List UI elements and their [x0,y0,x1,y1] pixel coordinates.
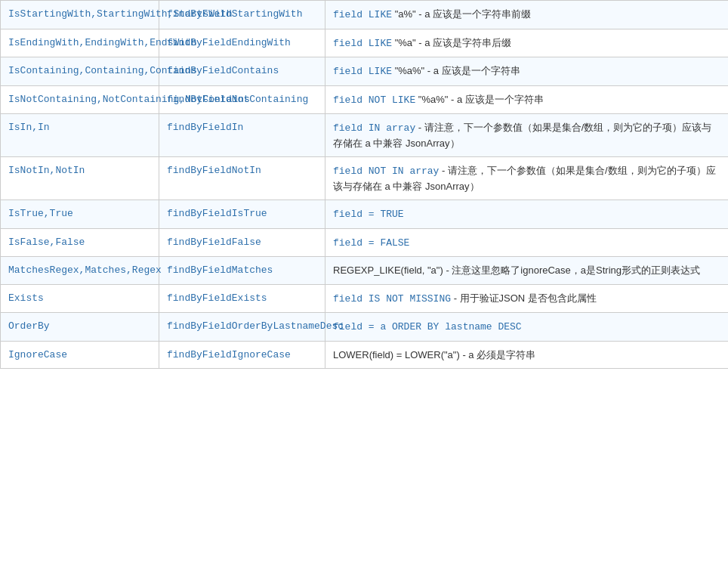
table-row: ExistsfindByFieldExistsfield IS NOT MISS… [1,284,729,313]
description-column: field NOT LIKE "%a%" - a 应该是一个字符串 [325,85,729,114]
description-column: field = TRUE [325,200,729,229]
keyword-column: IsIn,In [1,114,159,157]
method-column: findByFieldContains [159,57,325,86]
description-column: field LIKE "%a%" - a 应该是一个字符串 [325,57,729,86]
method-column: findByFieldNotContaining [159,85,325,114]
keyword-column: OrderBy [1,313,159,342]
table-row: IsIn,InfindByFieldInfield IN array - 请注意… [1,114,729,157]
table-row: IsNotIn,NotInfindByFieldNotInfield NOT I… [1,157,729,200]
description-column: LOWER(field) = LOWER("a") - a 必须是字符串 [325,341,729,369]
method-column: findByFieldExists [159,284,325,313]
table-row: IsEndingWith,EndingWith,EndsWithfindByFi… [1,29,729,57]
table-row: IgnoreCasefindByFieldIgnoreCaseLOWER(fie… [1,341,729,369]
keyword-column: IsEndingWith,EndingWith,EndsWith [1,29,159,57]
description-column: field NOT IN array - 请注意，下一个参数值（如果是集合/数组… [325,157,729,200]
method-column: findByFieldOrderByLastnameDesc [159,313,325,342]
keyword-column: IsStartingWith,StartingWith,StartsWith [1,1,159,29]
keyword-column: IsNotIn,NotIn [1,157,159,200]
keyword-column: IsNotContaining,NotContaining,NotContain… [1,85,159,114]
description-column: field LIKE "a%" - a 应该是一个字符串前缀 [325,1,729,29]
method-column: findByFieldNotIn [159,157,325,200]
keyword-column: MatchesRegex,Matches,Regex [1,257,159,285]
table-row: IsContaining,Containing,ContainsfindByFi… [1,57,729,86]
keyword-column: Exists [1,284,159,313]
table-row: OrderByfindByFieldOrderByLastnameDescfie… [1,313,729,342]
table-row: IsTrue,TruefindByFieldIsTruefield = TRUE [1,200,729,229]
description-column: REGEXP_LIKE(field, "a") - 注意这里忽略了ignoreC… [325,257,729,285]
description-column: field = FALSE [325,228,729,257]
table-row: IsNotContaining,NotContaining,NotContain… [1,85,729,114]
method-column: findByFieldIgnoreCase [159,341,325,369]
method-column: findByFieldMatches [159,257,325,285]
description-column: field IN array - 请注意，下一个参数值（如果是集合/数组，则为它… [325,114,729,157]
reference-table: IsStartingWith,StartingWith,StartsWithfi… [0,0,728,369]
method-column: findByFieldFalse [159,228,325,257]
table-row: MatchesRegex,Matches,RegexfindByFieldMat… [1,257,729,285]
method-column: findByFieldIn [159,114,325,157]
method-column: findByFieldStartingWith [159,1,325,29]
keyword-column: IsContaining,Containing,Contains [1,57,159,86]
keyword-column: IgnoreCase [1,341,159,369]
table-row: IsFalse,FalsefindByFieldFalsefield = FAL… [1,228,729,257]
method-column: findByFieldEndingWith [159,29,325,57]
description-column: field = a ORDER BY lastname DESC [325,313,729,342]
description-column: field IS NOT MISSING - 用于验证JSON 是否包含此属性 [325,284,729,313]
keyword-column: IsTrue,True [1,200,159,229]
description-column: field LIKE "%a" - a 应该是字符串后缀 [325,29,729,57]
table-row: IsStartingWith,StartingWith,StartsWithfi… [1,1,729,29]
method-column: findByFieldIsTrue [159,200,325,229]
keyword-column: IsFalse,False [1,228,159,257]
